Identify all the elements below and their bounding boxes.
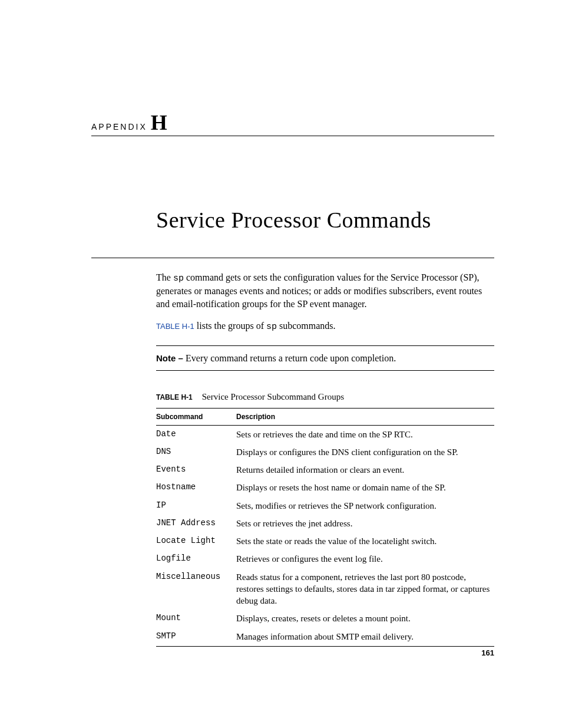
cell-subcommand: Locate Light xyxy=(156,532,236,550)
appendix-label: APPENDIX xyxy=(91,122,147,131)
cell-description: Retrieves or configures the event log fi… xyxy=(236,550,494,568)
table-row: SMTP Manages information about SMTP emai… xyxy=(156,628,494,647)
table-row: DNS Displays or configures the DNS clien… xyxy=(156,443,494,461)
cell-subcommand: Logfile xyxy=(156,550,236,568)
table-body: Date Sets or retrieves the date and time… xyxy=(156,425,494,646)
text-fragment: command gets or sets the configuration v… xyxy=(156,272,482,309)
cell-subcommand: Events xyxy=(156,461,236,479)
cell-subcommand: Date xyxy=(156,425,236,443)
cell-description: Sets, modifies or retrieves the SP netwo… xyxy=(236,497,494,515)
table-row: Date Sets or retrieves the date and time… xyxy=(156,425,494,443)
table-row: JNET Address Sets or retrieves the jnet … xyxy=(156,515,494,532)
code-sp: sp xyxy=(266,322,277,332)
note-label: Note – xyxy=(156,353,186,363)
cell-subcommand: IP xyxy=(156,497,236,515)
table-row: Logfile Retrieves or configures the even… xyxy=(156,550,494,568)
code-sp: sp xyxy=(173,274,184,284)
table-caption: TABLE H-1Service Processor Subcommand Gr… xyxy=(156,391,494,403)
chapter-title: Service Processor Commands xyxy=(156,207,494,233)
page-number: 161 xyxy=(481,648,494,657)
cell-description: Sets or retrieves the jnet address. xyxy=(236,515,494,532)
table-row: Events Returns detailed information or c… xyxy=(156,461,494,479)
text-fragment: The xyxy=(156,272,173,282)
cell-subcommand: Miscellaneous xyxy=(156,568,236,610)
cell-subcommand: Hostname xyxy=(156,479,236,496)
cell-subcommand: DNS xyxy=(156,443,236,461)
appendix-header: APPENDIX H xyxy=(91,112,494,136)
content-area: The sp command gets or sets the configur… xyxy=(156,271,494,647)
cell-description: Displays, creates, resets or deletes a m… xyxy=(236,610,494,627)
note-text: Every command returns a return code upon… xyxy=(186,353,396,363)
table-row: Miscellaneous Reads status for a compone… xyxy=(156,568,494,610)
cell-description: Sets the state or reads the value of the… xyxy=(236,532,494,550)
cell-description: Displays or resets the host name or doma… xyxy=(236,479,494,496)
col-header-description: Description xyxy=(236,408,494,425)
note-block: Note – Every command returns a return co… xyxy=(156,345,494,371)
appendix-letter: H xyxy=(151,112,167,133)
cell-description: Displays or configures the DNS client co… xyxy=(236,443,494,461)
table-row: Mount Displays, creates, resets or delet… xyxy=(156,610,494,627)
text-fragment: lists the groups of xyxy=(194,321,266,331)
intro-paragraph-2: TABLE H-1 lists the groups of sp subcomm… xyxy=(156,319,494,333)
table-row: IP Sets, modifies or retrieves the SP ne… xyxy=(156,497,494,515)
cell-subcommand: Mount xyxy=(156,610,236,627)
cell-description: Sets or retrieves the date and time on t… xyxy=(236,425,494,443)
table-crossref-link[interactable]: TABLE H-1 xyxy=(156,322,194,331)
subcommand-table: Subcommand Description Date Sets or retr… xyxy=(156,408,494,647)
table-caption-text: Service Processor Subcommand Groups xyxy=(202,392,344,401)
table-header-row: Subcommand Description xyxy=(156,408,494,425)
page-container: APPENDIX H Service Processor Commands Th… xyxy=(0,0,562,647)
cell-subcommand: JNET Address xyxy=(156,515,236,532)
table-caption-label: TABLE H-1 xyxy=(156,393,193,401)
cell-description: Reads status for a component, retrieves … xyxy=(236,568,494,610)
table-row: Hostname Displays or resets the host nam… xyxy=(156,479,494,496)
col-header-subcommand: Subcommand xyxy=(156,408,236,425)
text-fragment: subcommands. xyxy=(277,321,336,331)
cell-description: Returns detailed information or clears a… xyxy=(236,461,494,479)
cell-subcommand: SMTP xyxy=(156,628,236,647)
table-row: Locate Light Sets the state or reads the… xyxy=(156,532,494,550)
cell-description: Manages information about SMTP email del… xyxy=(236,628,494,647)
intro-paragraph-1: The sp command gets or sets the configur… xyxy=(156,271,494,310)
title-rule xyxy=(91,258,494,258)
